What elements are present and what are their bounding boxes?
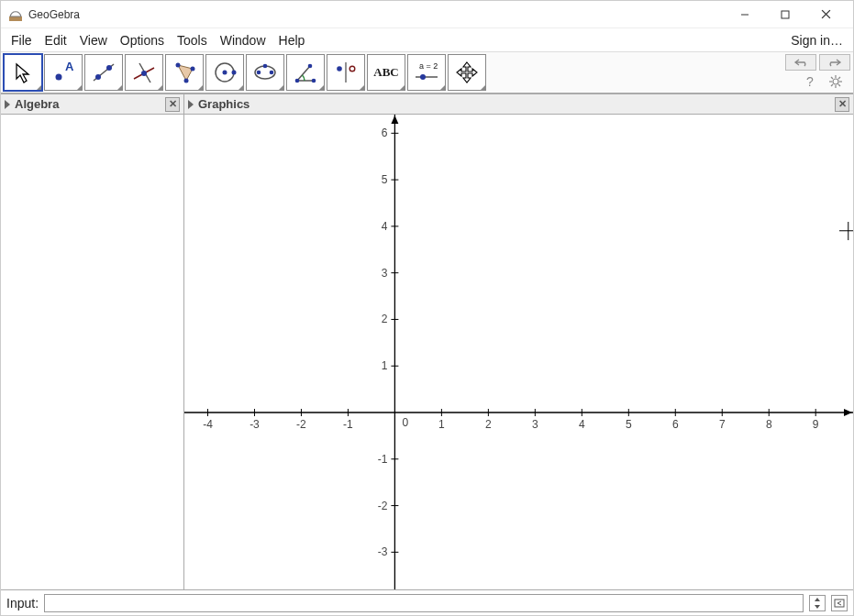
svg-point-26 (312, 79, 316, 83)
settings-button[interactable] (828, 74, 843, 89)
collapse-icon (188, 100, 194, 109)
coordinate-plane: -4-3-2-1123456789-3-2-11234560 (184, 115, 853, 589)
toolbar-right: ? (785, 54, 850, 89)
svg-point-25 (295, 79, 300, 83)
svg-point-24 (263, 64, 268, 69)
graphics-panel-header[interactable]: Graphics ✕ (184, 94, 853, 115)
titlebar: GeoGebra (1, 1, 853, 28)
input-symbols-button[interactable] (831, 595, 848, 611)
undo-button[interactable] (785, 54, 816, 71)
tool-circle[interactable] (205, 54, 244, 91)
gear-icon (829, 75, 842, 88)
svg-point-27 (308, 64, 313, 69)
svg-point-30 (349, 66, 355, 72)
algebra-panel-title: Algebra (15, 97, 59, 111)
svg-text:5: 5 (382, 173, 388, 186)
tool-line[interactable] (84, 54, 123, 91)
tool-polygon[interactable] (165, 54, 204, 91)
graphics-close-button[interactable]: ✕ (835, 97, 849, 112)
algebra-close-button[interactable]: ✕ (165, 97, 180, 112)
close-window-button[interactable] (805, 2, 846, 28)
window-title: GeoGebra (28, 8, 725, 21)
menubar: File Edit View Options Tools Window Help… (1, 28, 853, 52)
svg-text:9: 9 (813, 418, 819, 431)
svg-text:1: 1 (438, 418, 445, 431)
svg-text:-3: -3 (378, 545, 388, 558)
tool-ellipse[interactable] (246, 54, 284, 91)
tool-text-label: ABC (373, 65, 398, 80)
svg-point-13 (141, 71, 147, 76)
svg-line-39 (831, 77, 833, 79)
svg-rect-90 (835, 600, 844, 607)
svg-point-15 (176, 63, 181, 68)
svg-text:2: 2 (485, 418, 492, 431)
svg-text:0: 0 (402, 416, 408, 429)
main-area: Algebra ✕ Graphics ✕ -4-3-2-1123456789-3… (1, 94, 853, 589)
tool-perpendicular[interactable] (125, 54, 163, 91)
updown-icon (814, 598, 821, 609)
svg-point-20 (232, 71, 237, 75)
menu-tools[interactable]: Tools (171, 30, 214, 50)
menu-help[interactable]: Help (272, 30, 312, 50)
svg-point-17 (184, 79, 189, 83)
svg-text:-3: -3 (250, 418, 260, 431)
tool-move-view[interactable] (448, 54, 486, 91)
help-button[interactable]: ? (803, 74, 817, 89)
tool-move[interactable] (4, 54, 42, 91)
svg-text:A: A (65, 60, 74, 73)
svg-text:a = 2: a = 2 (419, 61, 438, 71)
svg-line-40 (838, 84, 840, 86)
graphics-panel-title: Graphics (198, 97, 250, 111)
input-history-button[interactable] (809, 595, 826, 611)
maximize-button[interactable] (765, 2, 805, 28)
input-field[interactable] (44, 594, 804, 612)
svg-point-29 (337, 66, 342, 72)
svg-line-41 (838, 77, 840, 79)
svg-point-9 (95, 74, 101, 80)
svg-text:-1: -1 (343, 418, 353, 431)
collapse-icon (5, 100, 10, 109)
svg-point-33 (420, 74, 426, 80)
tool-point[interactable]: A (44, 54, 83, 91)
tool-text[interactable]: ABC (367, 54, 405, 91)
svg-text:2: 2 (382, 313, 388, 325)
input-label: Input: (6, 596, 39, 610)
svg-point-23 (270, 71, 274, 75)
svg-text:-2: -2 (378, 500, 388, 512)
svg-text:7: 7 (719, 418, 726, 431)
toolbar: A (4, 54, 486, 91)
app-icon (8, 7, 23, 22)
svg-text:6: 6 (672, 418, 679, 431)
symbol-icon (834, 599, 845, 608)
algebra-panel-header[interactable]: Algebra ✕ (1, 94, 183, 115)
tool-angle[interactable] (286, 54, 325, 91)
svg-point-10 (106, 65, 112, 71)
algebra-panel-body[interactable] (1, 115, 183, 589)
menu-file[interactable]: File (5, 30, 39, 50)
svg-text:3: 3 (382, 267, 388, 280)
tool-slider[interactable]: a = 2 (407, 54, 446, 91)
minimize-button[interactable] (725, 2, 765, 28)
sign-in-link[interactable]: Sign in… (784, 30, 849, 50)
graphics-canvas[interactable]: -4-3-2-1123456789-3-2-11234560 (184, 115, 853, 589)
redo-button[interactable] (819, 54, 850, 71)
svg-text:4: 4 (579, 418, 585, 431)
svg-text:-1: -1 (378, 453, 388, 466)
svg-point-7 (56, 74, 62, 81)
toolbar-row: A (1, 52, 853, 94)
menu-edit[interactable]: Edit (39, 30, 73, 50)
svg-text:6: 6 (382, 126, 388, 139)
svg-point-22 (257, 71, 261, 75)
svg-text:1: 1 (382, 359, 388, 372)
tool-reflect[interactable] (327, 54, 365, 91)
svg-marker-14 (178, 65, 193, 81)
menu-options[interactable]: Options (114, 30, 171, 50)
svg-point-16 (191, 67, 195, 72)
svg-text:4: 4 (382, 220, 388, 233)
svg-text:3: 3 (532, 418, 538, 431)
input-bar: Input: (1, 589, 853, 615)
menu-window[interactable]: Window (214, 30, 272, 50)
graphics-panel: Graphics ✕ -4-3-2-1123456789-3-2-1123456… (184, 94, 853, 589)
svg-text:5: 5 (626, 418, 632, 431)
menu-view[interactable]: View (73, 30, 114, 50)
